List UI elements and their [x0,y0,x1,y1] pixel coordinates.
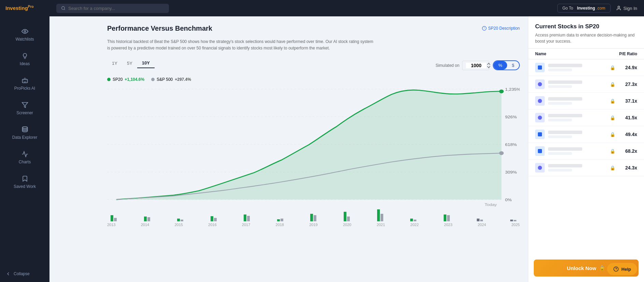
sidebar-item-charts-label: Charts [19,160,31,164]
year-2013: 2013 [107,223,115,227]
stock-sub-blur-1 [548,69,572,71]
stock-logo-6 [537,148,543,154]
sim-value-input[interactable] [466,63,486,68]
sidebar-item-screener[interactable]: Screener [0,96,49,121]
stock-info-4 [548,114,606,121]
search-input[interactable] [68,6,164,11]
stock-avatar-2 [535,79,545,89]
stock-row-7: 🔒 24.3x [528,160,644,176]
time-5y-button[interactable]: 5Y [122,59,137,68]
bar-gray-2024 [480,220,483,221]
stock-sub-blur-3 [548,102,572,105]
title-row: Performance Versus Benchmark SP20 Descri… [107,25,520,36]
sidebar-item-charts[interactable]: Charts [0,145,49,170]
stock-name-blur-2 [548,80,582,84]
year-2024: 2024 [478,223,486,227]
bar-group-2023 [444,214,450,221]
svg-point-0 [24,31,26,32]
stock-name-blur-4 [548,114,582,117]
svg-text:0%: 0% [505,198,512,202]
sim-input-box[interactable] [462,61,489,70]
chart-svg: 1,235% 926% 618% 309% 0% Today [107,85,520,208]
stock-row-1: 🔒 24.9x [528,59,644,76]
filter-icon [22,102,28,108]
svg-text:309%: 309% [505,170,517,175]
sidebar-item-watchlists[interactable]: Watchlists [0,23,49,47]
sidebar-item-saved-work-label: Saved Work [14,184,36,189]
sidebar-item-data-explorer[interactable]: Data Explorer [0,121,49,145]
chart-legend: SP20 +1,104.6% S&P 500 +297.4% [107,77,520,82]
year-2016: 2016 [208,223,216,227]
col-pe: P/E Ratio [619,51,637,56]
lock-icon-7: 🔒 [610,165,615,170]
pe-value-6: 68.2x [620,148,637,154]
sidebar-item-propicks-label: ProPicks AI [14,86,35,91]
stock-avatar-1 [535,63,545,72]
stock-avatar-4 [535,113,545,122]
svg-rect-21 [538,65,542,70]
user-icon [616,5,621,11]
sp20-description-link[interactable]: SP20 Description [482,26,520,31]
bar-group-2022 [410,219,416,221]
stock-avatar-5 [535,130,545,139]
bar-gray-2017 [247,216,250,221]
year-2017: 2017 [242,223,250,227]
bar-gray-2015 [181,220,183,221]
display-toggle: % $ [493,60,520,70]
stock-info-5 [548,131,606,138]
stock-name-blur-5 [548,131,582,134]
bar-group-2013 [111,215,117,221]
stock-avatar-3 [535,96,545,106]
percent-toggle[interactable]: % [493,61,507,70]
bar-green-2014 [144,217,147,221]
main-content: Performance Versus Benchmark SP20 Descri… [99,16,644,282]
stock-logo-1 [537,65,543,70]
sidebar-item-ideas[interactable]: Ideas [0,47,49,72]
right-panel: Current Stocks in SP20 Access premium da… [528,16,644,282]
help-button[interactable]: Help [607,263,637,275]
logo-text: InvestingPro [5,5,34,11]
unlock-icon: 🔒 [599,265,605,271]
logo[interactable]: InvestingPro [0,0,49,16]
svg-point-6 [618,6,619,8]
bar-group-2015 [177,219,183,221]
spin-up-icon[interactable] [487,62,490,65]
year-2021: 2021 [377,223,385,227]
bar-gray-2016 [214,218,217,221]
topbar-right: Go To Investing.com Sign In [557,4,637,13]
svg-point-22 [538,82,542,86]
bar-green-2024 [477,219,480,221]
svg-rect-25 [538,132,542,136]
stock-sub-blur-2 [548,85,572,88]
search-icon [61,6,66,11]
sidebar-item-saved-work[interactable]: Saved Work [0,170,49,194]
stock-info-7 [548,164,606,172]
sp500-endpoint [499,151,504,155]
signin-button[interactable]: Sign In [616,5,637,11]
sidebar-item-screener-label: Screener [16,110,33,115]
spin-down-icon[interactable] [487,66,490,69]
svg-text:1,235%: 1,235% [505,87,520,92]
sidebar-item-watchlists-label: Watchlists [15,37,34,42]
year-labels: 2013 2014 2015 2016 2017 2018 2019 2020 … [107,223,520,227]
bar-green-2013 [111,215,113,221]
sp500-dot [151,78,155,81]
year-2022: 2022 [410,223,418,227]
time-1y-button[interactable]: 1Y [107,59,122,68]
sidebar-collapse[interactable]: Collapse [0,266,49,282]
bar-group-2017 [244,214,250,221]
time-10y-button[interactable]: 10Y [137,58,155,68]
lock-icon-5: 🔒 [610,132,615,137]
panel-subtitle: Access premium data to enhance decision-… [535,32,637,44]
pe-value-1: 24.9x [620,65,637,70]
sidebar-nav: Watchlists Ideas ProPicks AI Screener Da… [0,16,49,266]
bar-gray-2019 [314,215,316,221]
signin-label: Sign In [624,6,637,11]
search-box[interactable] [56,4,169,13]
svg-marker-2 [22,103,28,108]
sidebar-item-propicks[interactable]: ProPicks AI [0,72,49,96]
goto-tld: .com [597,6,605,11]
goto-label: Go To [562,6,573,11]
dollar-toggle[interactable]: $ [507,61,519,70]
goto-investing-button[interactable]: Go To Investing.com [557,4,611,13]
